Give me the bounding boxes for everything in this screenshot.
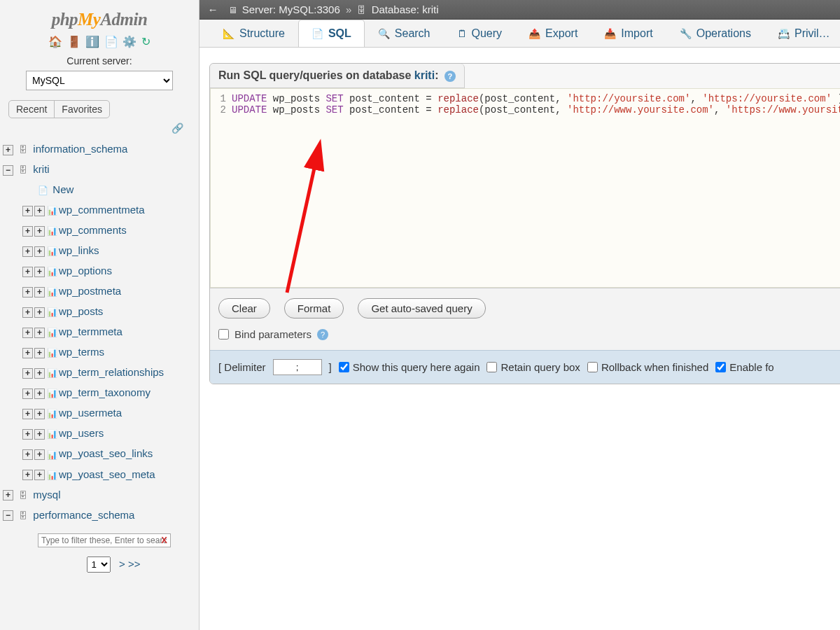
- format-button[interactable]: Format: [284, 298, 344, 318]
- table-row: ++📊wp_termmeta: [22, 322, 196, 342]
- expand-icon[interactable]: +: [22, 348, 33, 358]
- current-server-label: Current server:: [0, 55, 199, 66]
- expand-icon[interactable]: +: [22, 470, 33, 480]
- tab-import[interactable]: 📥Import: [591, 20, 666, 47]
- privileges-icon: 📇: [778, 28, 790, 39]
- rollback-checkbox[interactable]: [587, 362, 598, 372]
- expand-icon[interactable]: +: [34, 449, 45, 460]
- expand-icon[interactable]: +: [22, 287, 33, 298]
- info-icon[interactable]: ℹ️: [85, 36, 99, 48]
- table-row: ++📊wp_users: [22, 424, 196, 444]
- database-crumb[interactable]: Database: kriti: [372, 4, 439, 15]
- expand-icon[interactable]: +: [22, 368, 33, 379]
- server-icon: 🖥: [228, 5, 237, 15]
- sql-query-editor[interactable]: 1 UPDATE wp_posts SET post_content = rep…: [210, 88, 840, 288]
- query-icon: 🗒: [457, 28, 467, 39]
- expand-icon[interactable]: +: [34, 348, 45, 358]
- table-row: ++📊wp_yoast_seo_meta: [22, 465, 196, 485]
- expand-icon[interactable]: +: [22, 267, 33, 277]
- back-button[interactable]: ←: [206, 4, 219, 15]
- delimiter-row: [ Delimiter ] Show this query here again…: [210, 350, 840, 384]
- logo-toolbar: 🏠 🚪 ℹ️ 📄 ⚙️ ↻: [0, 32, 199, 52]
- tab-operations[interactable]: 🔧Operations: [666, 20, 764, 47]
- favorites-tab[interactable]: Favorites: [55, 101, 109, 118]
- server-crumb[interactable]: Server: MySQL:3306: [242, 4, 340, 15]
- get-autosaved-button[interactable]: Get auto-saved query: [358, 298, 485, 318]
- show-again-option: Show this query here again: [339, 361, 480, 373]
- recent-favorites-toggle: RecentFavorites: [8, 100, 110, 118]
- expand-icon[interactable]: +: [34, 328, 45, 338]
- current-server-select[interactable]: MySQL: [26, 71, 173, 90]
- page-select[interactable]: 1: [87, 556, 111, 573]
- table-row: ++📊wp_yoast_seo_links: [22, 444, 196, 464]
- retain-option: Retain query box: [486, 361, 580, 373]
- tab-structure[interactable]: 📐Structure: [209, 20, 298, 47]
- retain-checkbox[interactable]: [486, 362, 497, 372]
- tab-export[interactable]: 📤Export: [515, 20, 591, 47]
- table-filter-input[interactable]: [38, 533, 171, 547]
- table-icon: 📊: [46, 262, 57, 281]
- db-link[interactable]: information_schema: [33, 143, 127, 155]
- expand-icon[interactable]: +: [34, 470, 45, 480]
- expand-icon[interactable]: +: [22, 307, 33, 318]
- database-icon: 🗄: [18, 140, 29, 160]
- expand-icon[interactable]: +: [34, 287, 45, 298]
- enable-fk-checkbox[interactable]: [715, 362, 726, 372]
- expand-icon[interactable]: +: [34, 368, 45, 379]
- recent-tab[interactable]: Recent: [9, 101, 55, 118]
- collapse-icon[interactable]: −: [3, 165, 13, 176]
- settings-icon[interactable]: ⚙️: [122, 36, 136, 48]
- home-icon[interactable]: 🏠: [48, 36, 62, 48]
- expand-icon[interactable]: +: [34, 226, 45, 237]
- search-icon: 🔍: [378, 28, 390, 39]
- editor-actions: Clear Format Get auto-saved query: [210, 288, 840, 326]
- expand-icon[interactable]: +: [34, 409, 45, 419]
- delimiter-input[interactable]: [273, 359, 322, 375]
- expand-icon[interactable]: +: [3, 145, 13, 155]
- db-link[interactable]: performance_schema: [33, 509, 134, 521]
- table-row: ++📊wp_postmeta: [22, 281, 196, 302]
- expand-icon[interactable]: +: [34, 429, 45, 440]
- line-number: 1: [211, 93, 232, 104]
- export-icon: 📤: [528, 28, 540, 39]
- help-icon[interactable]: ?: [317, 329, 328, 340]
- tab-sql[interactable]: 📄SQL: [298, 20, 365, 47]
- db-link[interactable]: mysql: [33, 489, 60, 500]
- tab-search[interactable]: 🔍Search: [365, 20, 444, 47]
- expand-icon[interactable]: +: [22, 449, 33, 460]
- expand-icon[interactable]: +: [22, 206, 33, 216]
- docs-icon[interactable]: 📄: [104, 36, 118, 48]
- clear-button[interactable]: Clear: [218, 298, 270, 318]
- expand-icon[interactable]: +: [34, 307, 45, 318]
- expand-icon[interactable]: +: [34, 267, 45, 277]
- clear-filter-icon[interactable]: X: [161, 535, 167, 545]
- collapse-icon[interactable]: −: [3, 510, 13, 521]
- delimiter-label: [ Delimiter: [218, 361, 266, 373]
- expand-icon[interactable]: +: [22, 246, 33, 257]
- database-icon: 🗄: [18, 160, 29, 180]
- next-page-link[interactable]: > >>: [119, 558, 140, 570]
- expand-icon[interactable]: +: [22, 409, 33, 419]
- expand-icon[interactable]: +: [34, 206, 45, 216]
- expand-icon[interactable]: +: [22, 429, 33, 440]
- reload-icon[interactable]: ↻: [141, 36, 150, 48]
- expand-icon[interactable]: +: [22, 226, 33, 237]
- link-icon[interactable]: 🔗: [172, 122, 183, 134]
- db-link[interactable]: kriti: [33, 163, 49, 175]
- exit-icon[interactable]: 🚪: [67, 36, 81, 48]
- expand-icon[interactable]: +: [22, 328, 33, 338]
- expand-icon[interactable]: +: [34, 388, 45, 399]
- logo-text-my: My: [78, 10, 100, 29]
- help-icon[interactable]: ?: [444, 71, 456, 82]
- expand-icon[interactable]: +: [3, 490, 13, 500]
- logo-text-php: php: [52, 10, 78, 29]
- tab-privileges[interactable]: 📇Privil…: [764, 20, 840, 47]
- bind-params-checkbox[interactable]: [218, 329, 229, 340]
- table-icon: 📊: [46, 241, 57, 261]
- expand-icon[interactable]: +: [34, 246, 45, 257]
- show-again-checkbox[interactable]: [339, 362, 349, 372]
- table-icon: 📊: [46, 363, 57, 383]
- tab-query[interactable]: 🗒Query: [444, 20, 516, 47]
- expand-icon[interactable]: +: [22, 388, 33, 399]
- table-icon: 📊: [46, 302, 57, 322]
